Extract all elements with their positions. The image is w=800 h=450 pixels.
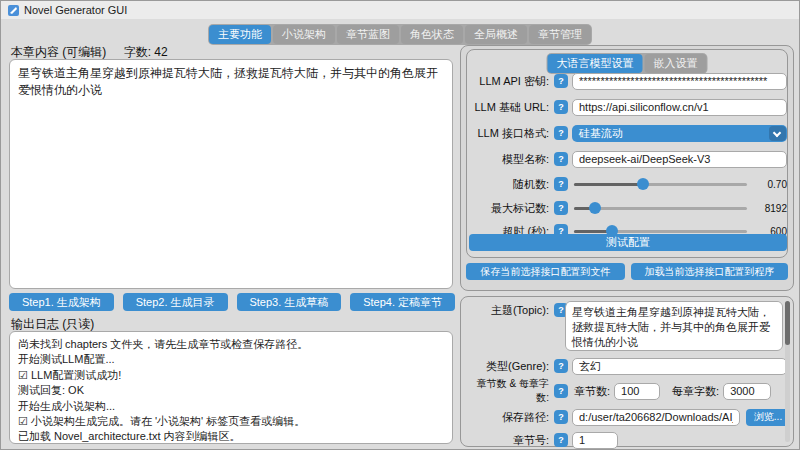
- window-title: Novel Generator GUI: [24, 4, 127, 16]
- tab-chapter-blueprint[interactable]: 章节蓝图: [337, 25, 399, 44]
- slider-knob[interactable]: [637, 178, 649, 190]
- save-config-button[interactable]: 保存当前选择接口配置到文件: [466, 263, 625, 280]
- browse-button[interactable]: 浏览...: [746, 409, 790, 426]
- genre-label: 类型(Genre):: [471, 359, 549, 374]
- interface-format-select[interactable]: 硅基流动: [572, 125, 787, 142]
- chapters-row: 章节数 & 每章字数: ? 章节数: 每章字数:: [471, 382, 787, 400]
- max-tokens-label: 最大标记数:: [471, 201, 549, 216]
- step3-generate-draft-button[interactable]: Step3. 生成草稿: [237, 293, 342, 311]
- model-name-input[interactable]: [572, 151, 787, 168]
- temperature-label: 随机数:: [471, 177, 549, 192]
- interface-format-row: LLM 接口格式: ? 硅基流动: [471, 124, 787, 142]
- title-bar: Novel Generator GUI: [1, 1, 799, 19]
- chapter-index-row: 章节号: ?: [471, 431, 787, 449]
- save-path-help-icon[interactable]: ?: [554, 410, 568, 424]
- tab-novel-architecture[interactable]: 小说架构: [273, 25, 335, 44]
- config-tab-bar: 大语言模型设置 嵌入设置: [547, 53, 708, 74]
- model-name-label: 模型名称:: [471, 152, 549, 167]
- chapter-count-label: 章节数:: [574, 384, 610, 399]
- temperature-row: 随机数: ? 0.70: [471, 175, 787, 193]
- chapters-label: 章节数 & 每章字数:: [471, 377, 549, 405]
- base-url-label: LLM 基础 URL:: [471, 100, 549, 115]
- chapter-index-input[interactable]: [572, 432, 618, 449]
- save-path-label: 保存路径:: [471, 410, 549, 425]
- tab-chapter-manage[interactable]: 章节管理: [529, 25, 591, 44]
- api-key-row: LLM API 密钥: ?: [471, 72, 787, 90]
- tab-embedding-settings[interactable]: 嵌入设置: [645, 54, 707, 73]
- base-url-input[interactable]: [572, 99, 787, 116]
- interface-format-value: 硅基流动: [579, 126, 623, 141]
- step1-generate-architecture-button[interactable]: Step1. 生成架构: [9, 293, 114, 311]
- load-config-button[interactable]: 加载当前选择接口配置到程序: [631, 263, 788, 280]
- genre-input[interactable]: [572, 358, 787, 375]
- app-window: Novel Generator GUI 主要功能 小说架构 章节蓝图 角色状态 …: [0, 0, 800, 450]
- main-tab-bar: 主要功能 小说架构 章节蓝图 角色状态 全局概述 章节管理: [208, 24, 592, 45]
- words-per-chapter-input[interactable]: [723, 383, 771, 400]
- tab-character-state[interactable]: 角色状态: [401, 25, 463, 44]
- temperature-value: 0.70: [753, 179, 787, 190]
- model-name-row: 模型名称: ?: [471, 150, 787, 168]
- genre-help-icon[interactable]: ?: [554, 359, 568, 373]
- max-tokens-slider[interactable]: [574, 201, 747, 215]
- slider-knob[interactable]: [589, 202, 601, 214]
- test-config-button[interactable]: 测试配置: [469, 234, 787, 251]
- api-key-input[interactable]: [572, 73, 787, 90]
- step2-generate-directory-button[interactable]: Step2. 生成目录: [123, 293, 228, 311]
- chevron-down-icon: [769, 126, 786, 141]
- base-url-help-icon[interactable]: ?: [554, 100, 568, 114]
- output-log[interactable]: 尚未找到 chapters 文件夹，请先生成章节或检查保存路径。 开始测试LLM…: [9, 331, 453, 444]
- tab-global-summary[interactable]: 全局概述: [465, 25, 527, 44]
- interface-format-label: LLM 接口格式:: [471, 126, 549, 141]
- save-path-row: 保存路径: ? 浏览...: [471, 408, 787, 426]
- tab-llm-settings[interactable]: 大语言模型设置: [548, 54, 643, 73]
- chapter-count-input[interactable]: [614, 383, 660, 400]
- chapter-index-label: 章节号:: [471, 433, 549, 448]
- tab-main-functions[interactable]: 主要功能: [209, 25, 271, 44]
- scrollbar-thumb[interactable]: [785, 301, 790, 345]
- model-name-help-icon[interactable]: ?: [554, 152, 568, 166]
- temperature-slider[interactable]: [574, 177, 747, 191]
- topic-label: 主题(Topic):: [471, 303, 549, 318]
- editor-title: 本章内容 (可编辑): [11, 45, 106, 59]
- topic-input[interactable]: 星穹铁道主角星穿越到原神提瓦特大陆，拯救提瓦特大陆，并与其中的角色展开爱恨情仇的…: [565, 301, 783, 351]
- interface-format-help-icon[interactable]: ?: [554, 126, 568, 140]
- base-url-row: LLM 基础 URL: ?: [471, 98, 787, 116]
- max-tokens-help-icon[interactable]: ?: [554, 201, 568, 215]
- step4-finalize-chapter-button[interactable]: Step4. 定稿章节: [350, 293, 455, 311]
- save-path-input[interactable]: [572, 409, 740, 426]
- words-per-chapter-label: 每章字数:: [672, 384, 719, 399]
- chapter-index-help-icon[interactable]: ?: [554, 433, 568, 447]
- api-key-help-icon[interactable]: ?: [554, 74, 568, 88]
- step-buttons: Step1. 生成架构 Step2. 生成目录 Step3. 生成草稿 Step…: [9, 293, 455, 311]
- word-count: 字数: 42: [124, 45, 168, 59]
- temperature-help-icon[interactable]: ?: [554, 177, 568, 191]
- genre-row: 类型(Genre): ?: [471, 357, 787, 375]
- max-tokens-value: 8192: [753, 203, 787, 214]
- max-tokens-row: 最大标记数: ? 8192: [471, 199, 787, 217]
- app-icon: [8, 5, 19, 16]
- chapter-content-editor[interactable]: 星穹铁道主角星穿越到原神提瓦特大陆，拯救提瓦特大陆，并与其中的角色展开爱恨情仇的…: [9, 59, 453, 289]
- chapters-help-icon[interactable]: ?: [554, 384, 568, 398]
- api-key-label: LLM API 密钥:: [471, 74, 549, 89]
